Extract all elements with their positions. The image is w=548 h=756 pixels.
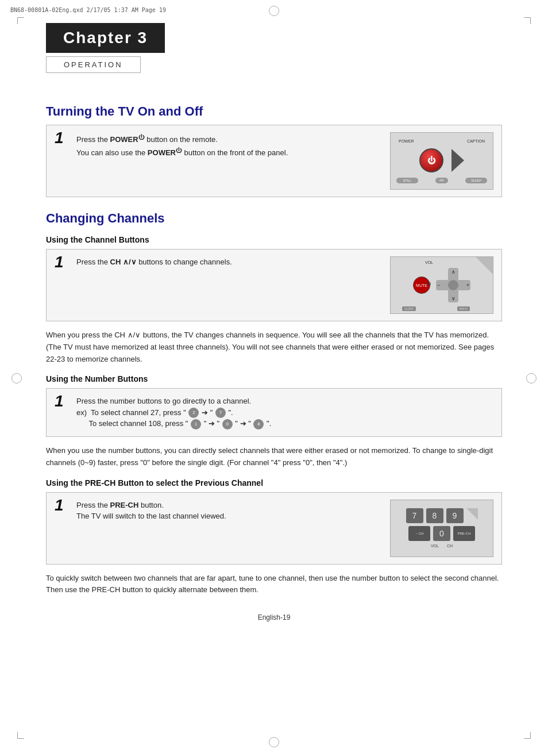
ch-buttons-step1: 1 Press the CH ∧/∨ buttons to change cha…: [46, 249, 502, 321]
caption-label: CAPTION: [467, 139, 485, 143]
sleep-btn: SLEEP: [465, 178, 487, 183]
prech-top-row: 7 8 9: [406, 508, 478, 523]
ch-bold: CH ∧/∨: [110, 258, 137, 266]
prech-body: To quickly switch between two channels t…: [46, 573, 502, 597]
power-bold-2: POWER: [148, 148, 176, 157]
num-btn-2: 2: [188, 408, 199, 418]
pp-btn: PP: [435, 178, 448, 183]
chapter-box: Chapter 3: [46, 23, 165, 53]
step-content-num: Press the number buttons to go directly …: [76, 396, 493, 429]
reg-mark-bottom: [269, 737, 279, 747]
corner-mark-br: [524, 732, 531, 739]
num-btn-0: 0: [222, 419, 233, 429]
corner-mark-tl: [17, 17, 24, 24]
nb-slash: [466, 508, 478, 520]
corner-mark-bl: [17, 732, 24, 739]
power-button-image: ⏻: [419, 148, 443, 172]
chapter-header: Chapter 3 Operation: [46, 23, 502, 90]
number-buttons-step1: 1 Press the number buttons to go directl…: [46, 388, 502, 437]
power-bottom-labels: STILL PP SLEEP: [394, 178, 489, 183]
using-number-buttons-title: Using the Number Buttons: [46, 374, 502, 383]
info-button-image: INFO: [457, 306, 470, 311]
ch-down-arrow: ∨: [451, 296, 456, 301]
nb-7: 7: [406, 508, 423, 523]
power-remote-image: POWER CAPTION ⏻ STILL PP SLEEP: [390, 132, 493, 190]
reg-mark-top: [269, 6, 279, 16]
number-buttons-body: When you use the number buttons, you can…: [46, 445, 502, 469]
num-btn-8: 8: [253, 419, 264, 429]
using-prech-title: Using the PRE-CH Button to select the Pr…: [46, 478, 502, 488]
surf-btn-area: SURF: [402, 306, 416, 311]
prech-vol-label: VOL: [431, 544, 439, 548]
dpad-image: ∧ ∨ − +: [436, 268, 470, 302]
vol-ch-label-ch: CH: [425, 282, 433, 286]
num-btn-7: 7: [215, 408, 226, 418]
power-symbol: ⏻: [427, 156, 435, 165]
num-btn-1: 1: [191, 419, 201, 429]
surf-button-image: SURF: [402, 306, 416, 311]
nb-prech: PRE-CH: [453, 526, 475, 541]
vol-ch-labels: VOL CH: [425, 260, 433, 286]
prech-remote-image: 7 8 9 ←CH 0 PRE-CH VOL CH: [390, 500, 493, 557]
power-top-labels: POWER CAPTION: [394, 139, 489, 143]
power-bold-1: POWER: [110, 135, 138, 144]
turning-tv-step1: 1 Press the POWER⏻ button on the remote.…: [46, 125, 502, 197]
step-number-1a: 1: [55, 130, 67, 146]
reg-mark-right: [526, 373, 537, 383]
operation-box: Operation: [46, 56, 141, 73]
corner-mark-tr: [524, 17, 531, 24]
chapter-title: Chapter 3: [63, 29, 148, 47]
page-container: BN68-00801A-02Eng.qxd 2/17/05 1:37 AM Pa…: [0, 0, 548, 756]
ch-buttons-body: When you press the CH ∧/∨ buttons, the T…: [46, 329, 502, 365]
power-label: POWER: [399, 139, 414, 143]
changing-channels-title: Changing Channels: [46, 211, 502, 226]
step-content-prech: Press the PRE-CH button. The TV will swi…: [76, 500, 381, 522]
dpad-center: [448, 280, 458, 290]
image-corner-decoration: [476, 257, 493, 274]
step-number-ch: 1: [55, 254, 67, 270]
prech-bold: PRE-CH: [110, 501, 139, 509]
file-info: BN68-00801A-02Eng.qxd 2/17/05 1:37 AM Pa…: [10, 7, 166, 13]
step-content-1a: Press the POWER⏻ button on the remote. Y…: [76, 132, 381, 159]
step-number-prech: 1: [55, 497, 67, 513]
ch-remote-image: MUTE ∧ ∨ − + VOL CH SURF: [390, 256, 493, 314]
reg-mark-left: [11, 373, 22, 383]
nb-ch-return: ←CH: [408, 526, 430, 541]
prech-bottom-row: ←CH 0 PRE-CH: [408, 526, 475, 541]
still-btn: STILL: [396, 178, 418, 183]
info-btn-area: INFO: [457, 306, 470, 311]
prech-step1: 1 Press the PRE-CH button. The TV will s…: [46, 492, 502, 565]
nb-8: 8: [426, 508, 443, 523]
power-triangle-decoration: [451, 149, 464, 172]
using-ch-buttons-title: Using the Channel Buttons: [46, 235, 502, 244]
nb-0: 0: [433, 526, 450, 541]
step-content-ch: Press the CH ∧/∨ buttons to change chann…: [76, 256, 381, 268]
vol-minus: −: [437, 282, 440, 288]
prech-vol-ch-labels: VOL CH: [427, 544, 456, 548]
prech-ch-label: CH: [447, 544, 453, 548]
step-number-num: 1: [55, 393, 67, 409]
operation-label: Operation: [64, 60, 123, 69]
vol-ch-label-vol: VOL: [425, 260, 433, 264]
turning-tv-title: Turning the TV On and Off: [46, 104, 502, 119]
page-footer: English-19: [46, 613, 502, 621]
ch-up-arrow: ∧: [451, 269, 456, 275]
nb-9: 9: [446, 508, 464, 523]
vol-plus: +: [466, 282, 469, 288]
power-main-row: ⏻: [419, 148, 464, 172]
